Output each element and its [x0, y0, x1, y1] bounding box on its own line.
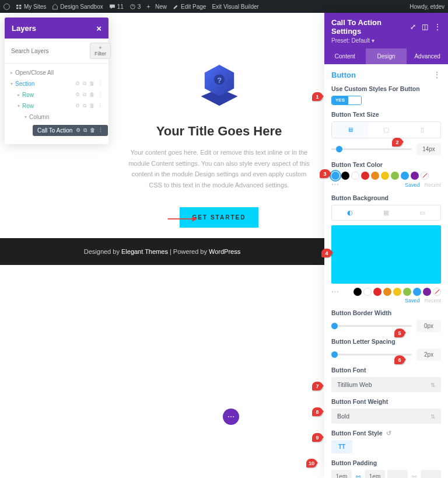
color-swatch[interactable] [383, 288, 391, 296]
new-link[interactable]: + New [146, 4, 167, 10]
page-body-text[interactable]: Your content goes here. Edit or remove t… [126, 147, 313, 191]
color-swatch[interactable] [411, 172, 419, 180]
color-swatch[interactable] [351, 172, 359, 180]
page-title[interactable]: Your Title Goes Here [125, 124, 313, 139]
color-swatch[interactable] [391, 172, 399, 180]
color-swatch[interactable] [363, 288, 372, 296]
padding-left-input[interactable] [387, 470, 408, 478]
section-more-icon[interactable]: ⋮ [433, 70, 441, 79]
border-width-slider[interactable] [331, 325, 412, 327]
updates-link[interactable]: 3 [130, 4, 141, 10]
font-weight-select[interactable]: Bold⇅ [331, 409, 441, 424]
color-swatch[interactable] [393, 288, 401, 296]
edit-page-link[interactable]: Edit Page [173, 4, 206, 10]
search-layers-input[interactable] [9, 43, 88, 59]
layers-title: Layers [12, 24, 36, 33]
tab-advanced[interactable]: Advanced [407, 48, 448, 64]
more-icon[interactable]: ⋮ [97, 103, 103, 109]
exit-vb-link[interactable]: Exit Visual Builder [212, 4, 258, 10]
color-swatch[interactable] [361, 172, 369, 180]
bg-tab-color[interactable]: ◐ [332, 205, 368, 220]
gear-icon[interactable]: ⚙ [76, 127, 80, 134]
open-close-all[interactable]: ▸Open/Close All [5, 67, 108, 78]
more-icon[interactable]: ⋮ [97, 92, 103, 98]
more-icon[interactable]: ⋮ [97, 81, 103, 87]
layer-section[interactable]: ▾Section ⚙⧉🗑⋮ [5, 78, 108, 89]
recent-tab[interactable]: Recent [424, 298, 441, 303]
palette-more[interactable]: ⋯ [331, 287, 339, 296]
section-title-button[interactable]: Button [331, 71, 356, 79]
snap-icon[interactable]: ◫ [422, 23, 428, 31]
color-swatch[interactable] [423, 288, 431, 296]
copy-icon[interactable]: ⧉ [83, 92, 86, 98]
expand-icon[interactable]: ⤢ [410, 23, 416, 31]
padding-bottom-input[interactable] [365, 470, 385, 478]
trash-icon[interactable]: 🗑 [89, 81, 94, 87]
trash-icon[interactable]: 🗑 [90, 127, 95, 134]
copy-icon[interactable]: ⧉ [83, 103, 86, 109]
close-icon[interactable]: × [96, 23, 102, 33]
palette-more[interactable]: ⋯ [331, 180, 339, 189]
tab-design[interactable]: Design [366, 48, 407, 64]
device-desktop[interactable]: 🖥 [332, 122, 368, 138]
bg-preview[interactable] [331, 225, 441, 284]
annotation-badge: 9 [312, 433, 323, 442]
color-swatch[interactable] [341, 172, 349, 180]
divi-fab[interactable]: ⋯ [223, 409, 239, 425]
recent-tab[interactable]: Recent [424, 182, 441, 188]
trash-icon[interactable]: 🗑 [89, 92, 94, 98]
no-color-swatch[interactable]: | [433, 288, 441, 296]
tab-content[interactable]: Content [324, 48, 366, 64]
padding-top-input[interactable] [331, 470, 352, 478]
gear-icon[interactable]: ⚙ [75, 92, 80, 98]
comments-link[interactable]: 11 [109, 4, 124, 10]
gear-icon[interactable]: ⚙ [75, 103, 80, 109]
svg-rect-3 [16, 7, 18, 9]
bg-tab-image[interactable]: ▭ [404, 205, 440, 220]
annotation-badge: 3 [320, 169, 330, 178]
letter-spacing-value[interactable]: 2px [416, 348, 441, 361]
copy-icon[interactable]: ⧉ [83, 127, 87, 134]
device-phone[interactable]: ▯ [404, 122, 440, 138]
device-tablet[interactable]: ▢ [368, 122, 404, 138]
link-icon[interactable]: ⚯ [410, 470, 418, 478]
layer-cta-module[interactable]: Call To Action ⚙⧉🗑⋮ [33, 125, 108, 136]
padding-right-input[interactable] [421, 470, 441, 478]
site-name-link[interactable]: Design Sandbox [52, 4, 103, 10]
no-color-swatch[interactable]: | [421, 172, 429, 180]
footer-wp-link[interactable]: WordPress [209, 248, 240, 255]
reset-icon[interactable]: ↺ [386, 430, 391, 437]
footer-brand-link[interactable]: Elegant Themes [121, 248, 168, 255]
howdy-link[interactable]: Howdy, etdev [410, 4, 444, 10]
layer-row[interactable]: ▸Row ⚙⧉🗑⋮ [5, 89, 108, 100]
color-swatch[interactable] [413, 288, 421, 296]
saved-tab[interactable]: Saved [405, 182, 420, 188]
more-icon[interactable]: ⋮ [434, 23, 441, 31]
text-size-slider[interactable] [331, 148, 412, 150]
toggle-use-custom[interactable]: YES [331, 96, 362, 105]
layer-row[interactable]: ▾Row ⚙⧉🗑⋮ [5, 100, 108, 111]
color-swatch[interactable] [371, 172, 379, 180]
color-swatch[interactable] [373, 288, 382, 296]
more-icon[interactable]: ⋮ [98, 127, 103, 134]
preset-selector[interactable]: Preset: Default ▾ [331, 37, 441, 44]
link-icon[interactable]: ⚯ [354, 470, 362, 478]
filter-button[interactable]: + Filter [90, 43, 111, 59]
my-sites-link[interactable]: My Sites [16, 4, 46, 10]
trash-icon[interactable]: 🗑 [89, 103, 94, 109]
color-swatch[interactable] [401, 172, 409, 180]
saved-tab[interactable]: Saved [405, 298, 420, 303]
svg-rect-2 [19, 5, 21, 6]
uppercase-toggle[interactable]: TT [331, 440, 352, 453]
copy-icon[interactable]: ⧉ [83, 81, 86, 87]
wp-logo[interactable] [4, 4, 10, 10]
color-swatch[interactable] [381, 172, 389, 180]
font-select[interactable]: Titillium Web⇅ [331, 377, 441, 392]
text-size-value[interactable]: 14px [416, 143, 441, 155]
border-width-value[interactable]: 0px [416, 320, 441, 332]
color-swatch[interactable] [354, 288, 362, 296]
gear-icon[interactable]: ⚙ [75, 81, 80, 87]
layer-column[interactable]: ▾Column [5, 111, 108, 123]
bg-tab-gradient[interactable]: ▦ [368, 205, 404, 220]
color-swatch[interactable] [403, 288, 411, 296]
